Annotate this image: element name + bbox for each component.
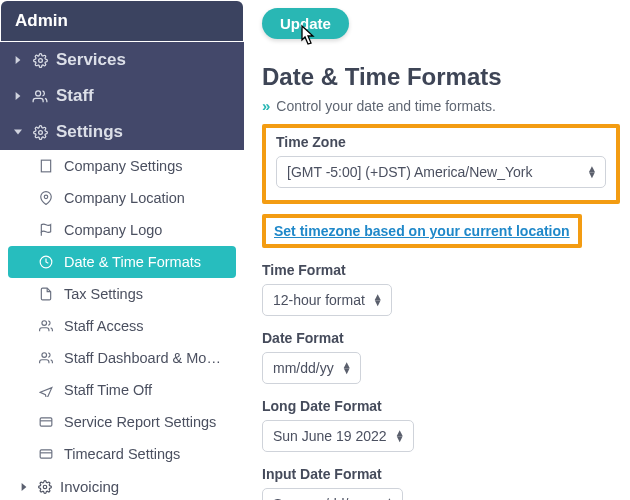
timezone-select[interactable]: [GMT -5:00] (+DST) America/New_York ▲▼ (276, 156, 606, 188)
select-arrows-icon: ▲▼ (395, 430, 405, 442)
nav-services[interactable]: Services (0, 42, 244, 78)
sidebar-item-timecard-settings[interactable]: Timecard Settings (0, 438, 244, 470)
update-button[interactable]: Update (262, 8, 349, 39)
sidebar-item-company-settings[interactable]: Company Settings (0, 150, 244, 182)
svg-point-13 (42, 321, 47, 326)
sidebar-item-date-time-formats[interactable]: Date & Time Formats (8, 246, 236, 278)
page-subtitle-text: Control your date and time formats. (276, 98, 495, 114)
card-icon (38, 415, 54, 429)
input-date-format-value: Sun mm/dd/yyyy (273, 496, 376, 500)
select-arrows-icon: ▲▼ (587, 166, 597, 178)
select-arrows-icon: ▲▼ (342, 362, 352, 374)
gear-icon (38, 480, 52, 494)
sidebar-item-label: Timecard Settings (64, 446, 180, 462)
settings-submenu: Company Settings Company Location Compan… (0, 150, 244, 500)
building-icon (38, 159, 54, 173)
sidebar-item-label: Service Report Settings (64, 414, 216, 430)
date-format-select[interactable]: mm/dd/yy ▲▼ (262, 352, 361, 384)
sidebar-item-service-report-settings[interactable]: Service Report Settings (0, 406, 244, 438)
chevron-right-icon (14, 92, 24, 100)
pin-icon (38, 191, 54, 205)
chevron-down-icon (14, 128, 24, 136)
svg-point-0 (38, 58, 42, 62)
sidebar-item-staff-dashboard[interactable]: Staff Dashboard & Mo… (0, 342, 244, 374)
page-subtitle: » Control your date and time formats. (262, 97, 620, 114)
users-icon (38, 319, 54, 333)
chevron-right-icon (20, 483, 30, 491)
sidebar-item-label: Company Settings (64, 158, 182, 174)
highlight-box-timezone: Time Zone [GMT -5:00] (+DST) America/New… (262, 124, 620, 204)
svg-point-2 (38, 130, 42, 134)
sidebar-item-label: Company Location (64, 190, 185, 206)
nav-settings-label: Settings (56, 122, 123, 142)
time-format-select[interactable]: 12-hour format ▲▼ (262, 284, 392, 316)
long-date-format-value: Sun June 19 2022 (273, 428, 387, 444)
svg-rect-17 (40, 450, 52, 458)
clock-icon (38, 255, 54, 269)
nav-services-label: Services (56, 50, 126, 70)
sidebar-item-company-logo[interactable]: Company Logo (0, 214, 244, 246)
sidebar: Admin Services Staff (0, 0, 244, 500)
svg-rect-3 (41, 160, 50, 172)
date-format-label: Date Format (262, 330, 620, 346)
input-date-format-label: Input Date Format (262, 466, 620, 482)
sidebar-item-label: Staff Time Off (64, 382, 152, 398)
plane-icon (38, 383, 54, 397)
set-timezone-link[interactable]: Set timezone based on your current locat… (274, 223, 570, 239)
svg-point-19 (43, 485, 47, 489)
users-icon (38, 351, 54, 365)
sidebar-item-label: Staff Dashboard & Mo… (64, 350, 221, 366)
gear-icon (32, 53, 48, 68)
update-button-label: Update (280, 15, 331, 32)
svg-point-1 (36, 90, 41, 95)
input-date-format-select[interactable]: Sun mm/dd/yyyy ▲▼ (262, 488, 403, 500)
sidebar-item-tax-settings[interactable]: Tax Settings (0, 278, 244, 310)
timezone-value: [GMT -5:00] (+DST) America/New_York (287, 164, 532, 180)
svg-rect-15 (40, 418, 52, 426)
select-arrows-icon: ▲▼ (373, 294, 383, 306)
sidebar-item-company-location[interactable]: Company Location (0, 182, 244, 214)
nav-invoicing[interactable]: Invoicing (0, 470, 244, 500)
sidebar-item-staff-access[interactable]: Staff Access (0, 310, 244, 342)
time-format-value: 12-hour format (273, 292, 365, 308)
timezone-label: Time Zone (276, 134, 606, 150)
gear-icon (32, 125, 48, 140)
chevron-right-icon (14, 56, 24, 64)
sidebar-item-label: Tax Settings (64, 286, 143, 302)
nav-settings[interactable]: Settings (0, 114, 244, 150)
svg-point-10 (44, 195, 48, 199)
sidebar-header: Admin (1, 1, 243, 41)
page-title: Date & Time Formats (262, 63, 620, 91)
long-date-format-label: Long Date Format (262, 398, 620, 414)
flag-icon (38, 223, 54, 237)
document-icon (38, 287, 54, 301)
card-icon (38, 447, 54, 461)
sidebar-item-staff-time-off[interactable]: Staff Time Off (0, 374, 244, 406)
main-content: Update Date & Time Formats » Control you… (244, 0, 630, 500)
sidebar-item-label: Staff Access (64, 318, 144, 334)
svg-point-14 (42, 353, 47, 358)
highlight-box-set-timezone-link: Set timezone based on your current locat… (262, 214, 582, 248)
long-date-format-select[interactable]: Sun June 19 2022 ▲▼ (262, 420, 414, 452)
nav-staff-label: Staff (56, 86, 94, 106)
nav-staff[interactable]: Staff (0, 78, 244, 114)
time-format-label: Time Format (262, 262, 620, 278)
nav-invoicing-label: Invoicing (60, 478, 119, 495)
sidebar-item-label: Company Logo (64, 222, 162, 238)
chevrons-right-icon: » (262, 97, 270, 114)
sidebar-title: Admin (15, 11, 68, 30)
nav: Services Staff Settings (0, 42, 244, 150)
sidebar-item-label: Date & Time Formats (64, 254, 201, 270)
users-icon (32, 89, 48, 104)
date-format-value: mm/dd/yy (273, 360, 334, 376)
